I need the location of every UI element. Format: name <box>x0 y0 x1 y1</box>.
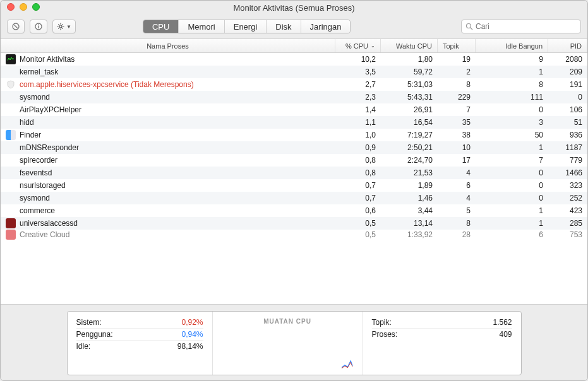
table-row[interactable]: Creative Cloud0,51:33,92286753 <box>1 230 587 240</box>
cell-idle: 0 <box>476 181 548 190</box>
cell-cpu: 1,1 <box>335 118 381 127</box>
cell-name: fseventsd <box>1 168 335 178</box>
zoom-button[interactable] <box>32 3 40 11</box>
cell-pid: 285 <box>548 219 587 228</box>
stop-icon <box>12 23 20 30</box>
info-button[interactable] <box>30 20 47 33</box>
tab-disk[interactable]: Disk <box>267 20 301 33</box>
cell-time: 13,14 <box>381 219 438 228</box>
settings-button[interactable]: ▼ <box>52 20 76 33</box>
table-body[interactable]: Monitor Aktivitas10,21,801992080kernel_t… <box>1 53 587 304</box>
cell-idle: 9 <box>476 55 548 64</box>
cell-pid: 936 <box>548 131 587 139</box>
process-table: Nama Proses % CPU⌄ Waktu CPU Topik Idle … <box>1 38 587 305</box>
footer: Sistem:0,92%Pengguna:0,94%Idle:98,14% MU… <box>1 305 587 380</box>
process-name: kernel_task <box>20 67 58 76</box>
cell-cpu: 2,7 <box>335 80 381 89</box>
cell-time: 1:33,92 <box>381 230 438 239</box>
cell-threads: 17 <box>438 156 476 165</box>
table-row[interactable]: spirecorder0,82:24,70177779 <box>1 154 587 167</box>
table-row[interactable]: AirPlayXPCHelper1,426,9170106 <box>1 103 587 116</box>
cell-cpu: 0,7 <box>335 181 381 190</box>
cell-time: 2:50,21 <box>381 143 438 152</box>
cell-pid: 1187 <box>548 143 587 152</box>
svg-point-14 <box>467 24 471 28</box>
table-row[interactable]: kernel_task3,559,7221209 <box>1 66 587 78</box>
stat-label: Topik: <box>372 318 392 327</box>
cell-threads: 10 <box>438 143 476 152</box>
table-row[interactable]: nsurlstoraged0,71,8960323 <box>1 179 587 192</box>
info-icon <box>35 23 42 30</box>
window-controls <box>7 3 40 11</box>
table-row[interactable]: Monitor Aktivitas10,21,801992080 <box>1 53 587 66</box>
cell-threads: 35 <box>438 118 476 127</box>
table-row[interactable]: sysmond2,35:43,312291110 <box>1 91 587 103</box>
close-button[interactable] <box>7 3 15 11</box>
toolbar: ▼ CPU Memori Energi Disk Jaringan <box>1 15 587 38</box>
stop-process-button[interactable] <box>7 20 25 33</box>
sort-indicator-icon: ⌄ <box>371 43 375 49</box>
cell-idle: 1 <box>476 219 548 228</box>
process-name: Finder <box>20 131 41 139</box>
stat-label: Proses: <box>372 330 398 339</box>
cell-pid: 423 <box>548 206 587 215</box>
cell-cpu: 3,5 <box>335 67 381 76</box>
col-name[interactable]: Nama Proses <box>1 39 335 52</box>
cell-time: 59,72 <box>381 67 438 76</box>
cell-cpu: 0,8 <box>335 168 381 177</box>
process-name: mDNSResponder <box>20 143 79 152</box>
cell-time: 16,54 <box>381 118 438 127</box>
svg-point-3 <box>38 25 39 26</box>
svg-line-13 <box>58 28 59 28</box>
cell-pid: 753 <box>548 230 587 239</box>
cell-cpu: 0,7 <box>335 194 381 202</box>
col-cpu[interactable]: % CPU⌄ <box>335 39 381 52</box>
cell-cpu: 0,6 <box>335 206 381 215</box>
table-row[interactable]: universalaccessd0,513,1481285 <box>1 217 587 230</box>
table-row[interactable]: fseventsd0,821,53401466 <box>1 167 587 179</box>
cell-threads: 4 <box>438 168 476 177</box>
tab-energy[interactable]: Energi <box>225 20 267 33</box>
table-row[interactable]: hidd1,116,5435351 <box>1 116 587 129</box>
svg-line-10 <box>58 24 59 25</box>
table-row[interactable]: mDNSResponder0,92:50,211011187 <box>1 141 587 154</box>
cell-threads: 4 <box>438 194 476 202</box>
table-row[interactable]: commerce0,63,4451423 <box>1 204 587 217</box>
process-name: com.apple.hiservices-xpcservice (Tidak M… <box>20 80 194 89</box>
cell-pid: 252 <box>548 194 587 202</box>
minimize-button[interactable] <box>20 3 27 11</box>
process-name: fseventsd <box>20 168 52 177</box>
tab-network[interactable]: Jaringan <box>301 20 351 33</box>
cell-threads: 229 <box>438 93 476 102</box>
col-threads[interactable]: Topik <box>438 39 476 52</box>
cell-time: 1,89 <box>381 181 438 190</box>
cell-cpu: 1,4 <box>335 105 381 114</box>
table-row[interactable]: com.apple.hiservices-xpcservice (Tidak M… <box>1 78 587 91</box>
view-tabs: CPU Memori Energi Disk Jaringan <box>143 20 351 33</box>
process-count-stats: Topik:1.562Proses:409 <box>363 312 521 375</box>
stat-row: Idle:98,14% <box>76 341 203 352</box>
table-row[interactable]: Finder1,07:19,273850936 <box>1 129 587 141</box>
cell-threads: 28 <box>438 230 476 239</box>
graph-area <box>222 325 354 370</box>
col-time[interactable]: Waktu CPU <box>381 39 438 52</box>
col-idle-wake[interactable]: Idle Bangun <box>476 39 548 52</box>
cell-threads: 5 <box>438 206 476 215</box>
tab-memory[interactable]: Memori <box>179 20 224 33</box>
cell-name: com.apple.hiservices-xpcservice (Tidak M… <box>1 79 335 90</box>
cell-time: 5:31,03 <box>381 80 438 89</box>
search-input[interactable] <box>476 22 577 31</box>
cell-idle: 0 <box>476 105 548 114</box>
cell-pid: 323 <box>548 181 587 190</box>
cell-idle: 0 <box>476 168 548 177</box>
cell-threads: 8 <box>438 219 476 228</box>
process-name: Creative Cloud <box>20 230 69 239</box>
search-field[interactable] <box>461 20 581 33</box>
cell-idle: 1 <box>476 206 548 215</box>
svg-line-15 <box>471 28 472 30</box>
tab-cpu[interactable]: CPU <box>143 20 179 33</box>
table-row[interactable]: sysmond0,71,4640252 <box>1 192 587 204</box>
col-pid[interactable]: PID <box>548 39 587 52</box>
cell-name: Finder <box>1 130 335 140</box>
svg-line-11 <box>62 28 63 28</box>
